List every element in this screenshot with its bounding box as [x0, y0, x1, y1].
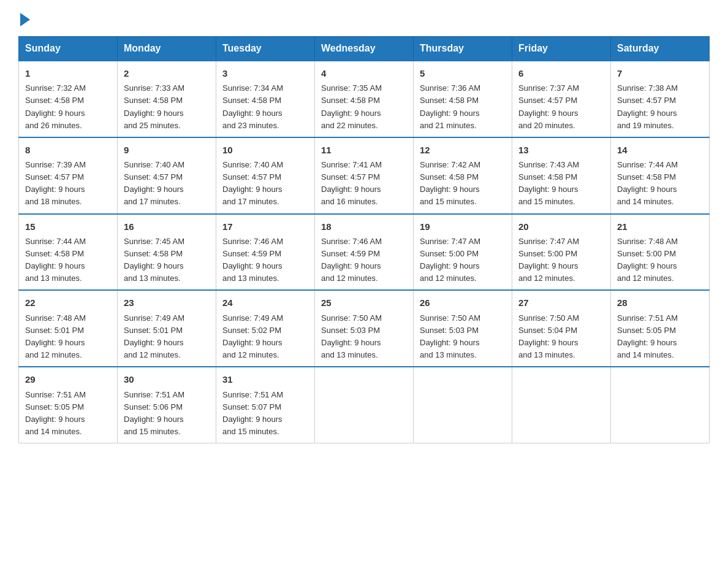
header-friday: Friday	[512, 37, 611, 61]
day-info: Sunrise: 7:34 AMSunset: 4:58 PMDaylight:…	[222, 83, 283, 129]
day-info: Sunrise: 7:51 AMSunset: 5:06 PMDaylight:…	[124, 390, 184, 436]
calendar-cell: 28Sunrise: 7:51 AMSunset: 5:05 PMDayligh…	[611, 290, 710, 367]
calendar-cell: 7Sunrise: 7:38 AMSunset: 4:57 PMDaylight…	[611, 61, 710, 137]
calendar-cell: 12Sunrise: 7:42 AMSunset: 4:58 PMDayligh…	[414, 137, 512, 214]
calendar-week-row: 8Sunrise: 7:39 AMSunset: 4:57 PMDaylight…	[19, 137, 710, 214]
day-info: Sunrise: 7:35 AMSunset: 4:58 PMDaylight:…	[321, 83, 382, 129]
calendar-cell: 13Sunrise: 7:43 AMSunset: 4:58 PMDayligh…	[512, 137, 611, 214]
calendar-cell: 2Sunrise: 7:33 AMSunset: 4:58 PMDaylight…	[118, 61, 216, 137]
calendar-cell: 5Sunrise: 7:36 AMSunset: 4:58 PMDaylight…	[414, 61, 512, 137]
day-info: Sunrise: 7:47 AMSunset: 5:00 PMDaylight:…	[420, 237, 480, 283]
calendar-cell: 22Sunrise: 7:48 AMSunset: 5:01 PMDayligh…	[19, 290, 118, 367]
calendar-cell: 23Sunrise: 7:49 AMSunset: 5:01 PMDayligh…	[118, 290, 216, 367]
calendar-cell	[414, 367, 512, 443]
calendar-week-row: 29Sunrise: 7:51 AMSunset: 5:05 PMDayligh…	[19, 367, 710, 443]
day-number: 13	[518, 143, 604, 157]
day-info: Sunrise: 7:41 AMSunset: 4:57 PMDaylight:…	[321, 160, 382, 206]
day-info: Sunrise: 7:50 AMSunset: 5:03 PMDaylight:…	[420, 313, 480, 359]
day-number: 27	[518, 296, 604, 310]
day-number: 12	[420, 143, 506, 157]
day-info: Sunrise: 7:38 AMSunset: 4:57 PMDaylight:…	[617, 83, 678, 129]
day-number: 14	[617, 143, 703, 157]
header-tuesday: Tuesday	[216, 37, 315, 61]
calendar-cell: 31Sunrise: 7:51 AMSunset: 5:07 PMDayligh…	[216, 367, 315, 443]
header-wednesday: Wednesday	[315, 37, 414, 61]
day-info: Sunrise: 7:50 AMSunset: 5:03 PMDaylight:…	[321, 313, 382, 359]
calendar-header-row: SundayMondayTuesdayWednesdayThursdayFrid…	[19, 37, 710, 61]
day-info: Sunrise: 7:43 AMSunset: 4:58 PMDaylight:…	[518, 160, 579, 206]
day-number: 8	[25, 143, 111, 157]
day-number: 26	[420, 296, 506, 310]
calendar-cell	[611, 367, 710, 443]
day-info: Sunrise: 7:33 AMSunset: 4:58 PMDaylight:…	[124, 83, 184, 129]
day-number: 25	[321, 296, 407, 310]
day-number: 2	[124, 66, 210, 80]
calendar-week-row: 15Sunrise: 7:44 AMSunset: 4:58 PMDayligh…	[19, 214, 710, 291]
day-info: Sunrise: 7:37 AMSunset: 4:57 PMDaylight:…	[518, 83, 579, 129]
day-number: 18	[321, 220, 407, 234]
day-number: 15	[25, 220, 111, 234]
day-info: Sunrise: 7:51 AMSunset: 5:07 PMDaylight:…	[222, 390, 283, 436]
calendar-cell: 8Sunrise: 7:39 AMSunset: 4:57 PMDaylight…	[19, 137, 118, 214]
calendar-cell: 6Sunrise: 7:37 AMSunset: 4:57 PMDaylight…	[512, 61, 611, 137]
day-info: Sunrise: 7:44 AMSunset: 4:58 PMDaylight:…	[617, 160, 678, 206]
day-number: 10	[222, 143, 308, 157]
day-number: 29	[25, 372, 111, 386]
day-info: Sunrise: 7:44 AMSunset: 4:58 PMDaylight:…	[25, 237, 86, 283]
day-info: Sunrise: 7:49 AMSunset: 5:01 PMDaylight:…	[124, 313, 184, 359]
calendar-cell	[512, 367, 611, 443]
calendar-cell: 1Sunrise: 7:32 AMSunset: 4:58 PMDaylight…	[19, 61, 118, 137]
day-number: 22	[25, 296, 111, 310]
day-number: 4	[321, 66, 407, 80]
day-number: 28	[617, 296, 703, 310]
calendar-cell: 30Sunrise: 7:51 AMSunset: 5:06 PMDayligh…	[118, 367, 216, 443]
calendar-cell: 15Sunrise: 7:44 AMSunset: 4:58 PMDayligh…	[19, 214, 118, 291]
calendar-cell: 29Sunrise: 7:51 AMSunset: 5:05 PMDayligh…	[19, 367, 118, 443]
calendar-table: SundayMondayTuesdayWednesdayThursdayFrid…	[18, 36, 710, 443]
day-info: Sunrise: 7:51 AMSunset: 5:05 PMDaylight:…	[25, 390, 86, 436]
day-number: 20	[518, 220, 604, 234]
day-number: 5	[420, 66, 506, 80]
day-info: Sunrise: 7:40 AMSunset: 4:57 PMDaylight:…	[222, 160, 283, 206]
calendar-cell: 20Sunrise: 7:47 AMSunset: 5:00 PMDayligh…	[512, 214, 611, 291]
day-info: Sunrise: 7:40 AMSunset: 4:57 PMDaylight:…	[124, 160, 184, 206]
day-number: 31	[222, 372, 308, 386]
calendar-cell: 27Sunrise: 7:50 AMSunset: 5:04 PMDayligh…	[512, 290, 611, 367]
day-number: 7	[617, 66, 703, 80]
calendar-cell: 9Sunrise: 7:40 AMSunset: 4:57 PMDaylight…	[118, 137, 216, 214]
day-info: Sunrise: 7:39 AMSunset: 4:57 PMDaylight:…	[25, 160, 86, 206]
day-number: 9	[124, 143, 210, 157]
day-info: Sunrise: 7:50 AMSunset: 5:04 PMDaylight:…	[518, 313, 579, 359]
day-number: 24	[222, 296, 308, 310]
day-number: 19	[420, 220, 506, 234]
calendar-cell: 18Sunrise: 7:46 AMSunset: 4:59 PMDayligh…	[315, 214, 414, 291]
calendar-cell: 17Sunrise: 7:46 AMSunset: 4:59 PMDayligh…	[216, 214, 315, 291]
day-info: Sunrise: 7:46 AMSunset: 4:59 PMDaylight:…	[321, 237, 382, 283]
calendar-cell: 25Sunrise: 7:50 AMSunset: 5:03 PMDayligh…	[315, 290, 414, 367]
day-number: 6	[518, 66, 604, 80]
calendar-cell: 16Sunrise: 7:45 AMSunset: 4:58 PMDayligh…	[118, 214, 216, 291]
day-info: Sunrise: 7:45 AMSunset: 4:58 PMDaylight:…	[124, 237, 184, 283]
day-number: 3	[222, 66, 308, 80]
day-info: Sunrise: 7:36 AMSunset: 4:58 PMDaylight:…	[420, 83, 480, 129]
calendar-cell: 26Sunrise: 7:50 AMSunset: 5:03 PMDayligh…	[414, 290, 512, 367]
day-number: 16	[124, 220, 210, 234]
calendar-cell	[315, 367, 414, 443]
day-info: Sunrise: 7:48 AMSunset: 5:00 PMDaylight:…	[617, 237, 678, 283]
header-sunday: Sunday	[19, 37, 118, 61]
day-number: 1	[25, 66, 111, 80]
calendar-cell: 19Sunrise: 7:47 AMSunset: 5:00 PMDayligh…	[414, 214, 512, 291]
calendar-cell: 11Sunrise: 7:41 AMSunset: 4:57 PMDayligh…	[315, 137, 414, 214]
page-header	[18, 12, 710, 24]
day-number: 23	[124, 296, 210, 310]
day-info: Sunrise: 7:42 AMSunset: 4:58 PMDaylight:…	[420, 160, 480, 206]
day-info: Sunrise: 7:46 AMSunset: 4:59 PMDaylight:…	[222, 237, 283, 283]
calendar-cell: 3Sunrise: 7:34 AMSunset: 4:58 PMDaylight…	[216, 61, 315, 137]
header-monday: Monday	[118, 37, 216, 61]
logo	[18, 12, 30, 24]
day-number: 17	[222, 220, 308, 234]
header-saturday: Saturday	[611, 37, 710, 61]
day-info: Sunrise: 7:48 AMSunset: 5:01 PMDaylight:…	[25, 313, 86, 359]
calendar-cell: 14Sunrise: 7:44 AMSunset: 4:58 PMDayligh…	[611, 137, 710, 214]
calendar-week-row: 22Sunrise: 7:48 AMSunset: 5:01 PMDayligh…	[19, 290, 710, 367]
